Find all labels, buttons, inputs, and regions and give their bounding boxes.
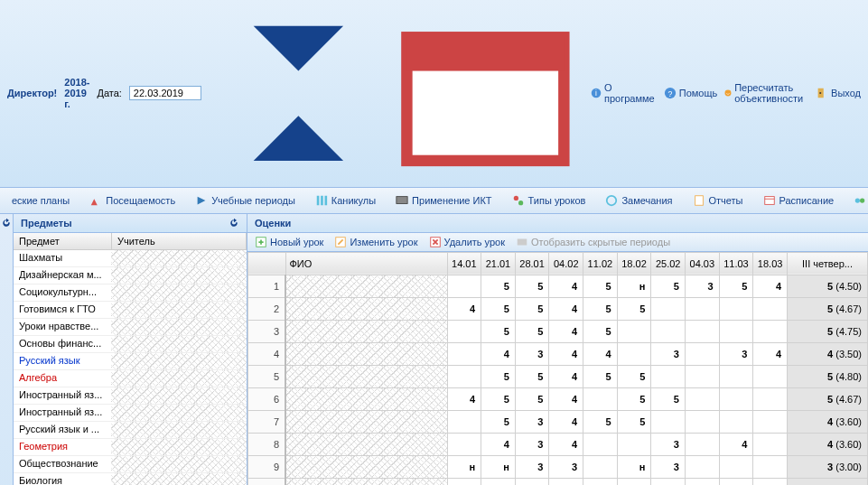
nav-reports[interactable]: Отчеты — [685, 191, 751, 210]
grade-cell[interactable]: 5 — [481, 297, 516, 320]
col-date[interactable]: 14.01 — [447, 252, 481, 275]
grade-row[interactable]: 64554555 (4.67) — [248, 387, 868, 410]
grade-cell[interactable]: 3 — [651, 455, 686, 478]
about-link[interactable]: iО программе — [591, 82, 657, 104]
grade-cell[interactable]: 4 — [549, 410, 583, 433]
col-date[interactable]: 28.01 — [515, 252, 549, 275]
grade-cell[interactable]: 4 — [481, 433, 516, 455]
grade-cell[interactable] — [685, 297, 719, 320]
grade-cell[interactable]: 5 — [617, 297, 651, 320]
grade-cell[interactable]: 5 — [515, 275, 549, 297]
grade-cell[interactable] — [685, 455, 719, 478]
nav-plans[interactable]: еские планы — [4, 191, 78, 210]
grade-cell[interactable]: н — [447, 455, 481, 478]
nav-ikt[interactable]: Применение ИКТ — [387, 191, 499, 210]
grade-cell[interactable]: 5 — [481, 387, 516, 410]
date-spinner-icon[interactable] — [209, 4, 388, 183]
grade-cell[interactable]: 4 — [481, 342, 516, 365]
grade-cell[interactable]: 4 — [549, 365, 583, 387]
col-teacher[interactable]: Учитель — [112, 233, 247, 249]
grade-cell[interactable] — [651, 410, 686, 433]
nav-notes[interactable]: Замечания — [597, 191, 680, 210]
help-link[interactable]: ?Помощь — [664, 87, 718, 99]
grade-cell[interactable]: 4 — [447, 387, 481, 410]
grade-cell[interactable]: 3 — [549, 478, 583, 485]
grade-row[interactable]: 355455 (4.75) — [248, 320, 868, 342]
grade-cell[interactable] — [617, 433, 651, 455]
grade-cell[interactable] — [447, 478, 481, 485]
nav-lesson-types[interactable]: Типы уроков — [504, 191, 594, 210]
grade-cell[interactable]: н — [617, 275, 651, 297]
grade-cell[interactable] — [617, 478, 651, 485]
subject-row[interactable]: Русский язык и ... — [14, 422, 247, 439]
subject-row[interactable]: Иностранный яз... — [14, 387, 247, 405]
grade-cell[interactable] — [583, 478, 618, 485]
grade-cell[interactable]: 5 — [515, 297, 549, 320]
col-date[interactable]: 21.01 — [481, 252, 516, 275]
grade-cell[interactable]: 4 — [549, 320, 583, 342]
subject-row[interactable]: Алгебра — [14, 370, 247, 387]
grade-cell[interactable]: 5 — [481, 275, 516, 297]
col-date[interactable]: 04.03 — [685, 252, 719, 275]
grade-cell[interactable] — [583, 387, 618, 410]
grade-cell[interactable] — [719, 455, 753, 478]
grade-cell[interactable]: 5 — [481, 320, 516, 342]
grade-cell[interactable]: 5 — [583, 365, 618, 387]
grade-cell[interactable] — [719, 365, 753, 387]
grade-cell[interactable] — [447, 320, 481, 342]
grade-cell[interactable]: 3 — [515, 342, 549, 365]
grade-row[interactable]: 10433544 (3.50) — [248, 478, 868, 485]
grade-cell[interactable]: 5 — [617, 365, 651, 387]
subject-row[interactable]: Русский язык — [14, 353, 247, 370]
grade-cell[interactable]: 3 — [685, 275, 719, 297]
grade-cell[interactable]: 5 — [719, 275, 753, 297]
grade-cell[interactable] — [651, 365, 686, 387]
subject-row[interactable]: Готовимся к ГТО — [14, 302, 247, 319]
grade-cell[interactable]: 3 — [719, 342, 753, 365]
grade-cell[interactable] — [685, 433, 719, 455]
grade-cell[interactable] — [447, 410, 481, 433]
subject-row[interactable]: Дизайнерская м... — [14, 267, 247, 284]
grade-row[interactable]: 5554555 (4.80) — [248, 365, 868, 387]
refresh-side-icon[interactable] — [0, 214, 14, 485]
grade-row[interactable]: 8434344 (3.60) — [248, 433, 868, 455]
grade-cell[interactable]: 3 — [651, 478, 686, 485]
recalc-link[interactable]: Пересчитать объективности — [724, 82, 808, 104]
exit-link[interactable]: Выход — [816, 87, 861, 99]
grade-cell[interactable]: 3 — [515, 433, 549, 455]
subject-row[interactable]: Социокультурн... — [14, 284, 247, 302]
nav-periods[interactable]: Учебные периоды — [187, 191, 303, 210]
grade-cell[interactable]: 4 — [549, 387, 583, 410]
grade-cell[interactable] — [481, 478, 516, 485]
col-date[interactable]: 11.03 — [719, 252, 753, 275]
grade-cell[interactable] — [685, 387, 719, 410]
nav-holidays[interactable]: Каникулы — [307, 191, 384, 210]
grade-cell[interactable]: 4 — [583, 342, 618, 365]
grade-cell[interactable]: 5 — [515, 320, 549, 342]
date-input[interactable] — [129, 86, 201, 100]
grade-cell[interactable]: 5 — [583, 320, 618, 342]
grade-cell[interactable]: 4 — [447, 297, 481, 320]
refresh-icon[interactable] — [229, 218, 239, 229]
grade-cell[interactable]: н — [481, 455, 516, 478]
subject-row[interactable]: Биология — [14, 473, 247, 485]
grade-cell[interactable]: 4 — [719, 433, 753, 455]
nav-substitutions[interactable]: Замен — [845, 191, 868, 210]
new-lesson-button[interactable]: Новый урок — [255, 236, 323, 248]
grade-cell[interactable]: 4 — [515, 478, 549, 485]
grade-cell[interactable]: 5 — [583, 297, 618, 320]
grade-cell[interactable] — [753, 410, 788, 433]
grade-cell[interactable] — [719, 410, 753, 433]
subject-row[interactable]: Обществознание — [14, 456, 247, 473]
grade-cell[interactable] — [651, 320, 686, 342]
grade-cell[interactable] — [583, 455, 618, 478]
grade-cell[interactable] — [447, 342, 481, 365]
grade-cell[interactable] — [719, 478, 753, 485]
calendar-icon[interactable] — [396, 4, 575, 183]
subject-row[interactable]: Иностранный яз... — [14, 405, 247, 422]
grade-row[interactable]: 443443344 (3.50) — [248, 342, 868, 365]
grade-cell[interactable]: 5 — [617, 410, 651, 433]
grade-cell[interactable]: 4 — [753, 478, 788, 485]
grade-cell[interactable] — [651, 297, 686, 320]
grade-cell[interactable]: 4 — [549, 342, 583, 365]
